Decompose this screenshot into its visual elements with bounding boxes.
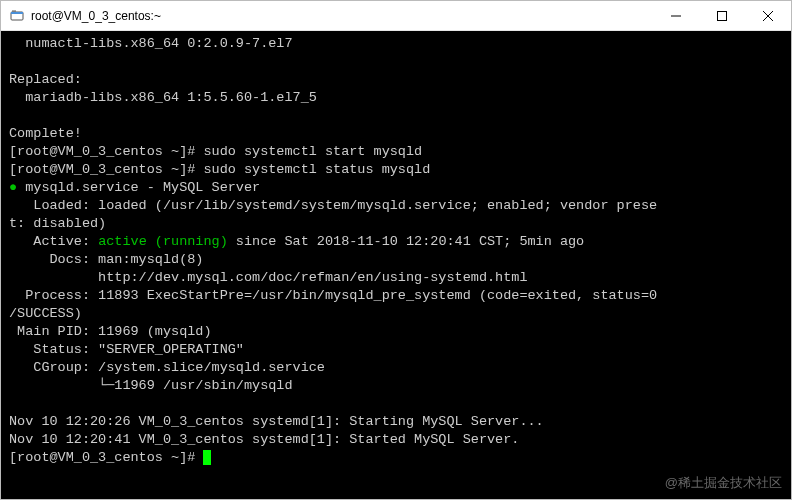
- output-line: t: disabled): [9, 216, 106, 231]
- close-button[interactable]: [745, 1, 791, 30]
- window-title: root@VM_0_3_centos:~: [31, 9, 653, 23]
- output-line: Replaced:: [9, 72, 82, 87]
- window-controls: [653, 1, 791, 30]
- svg-rect-1: [11, 12, 23, 14]
- terminal-body[interactable]: numactl-libs.x86_64 0:2.0.9-7.el7 Replac…: [1, 31, 791, 499]
- minimize-button[interactable]: [653, 1, 699, 30]
- output-line: Loaded: loaded (/usr/lib/systemd/system/…: [9, 198, 657, 213]
- active-status: active (running): [98, 234, 228, 249]
- svg-rect-4: [718, 11, 727, 20]
- output-line: CGroup: /system.slice/mysqld.service: [9, 360, 325, 375]
- maximize-button[interactable]: [699, 1, 745, 30]
- output-line: Main PID: 11969 (mysqld): [9, 324, 212, 339]
- command-text: sudo systemctl status mysqld: [203, 162, 430, 177]
- status-bullet-icon: ●: [9, 180, 17, 195]
- shell-prompt: [root@VM_0_3_centos ~]#: [9, 144, 203, 159]
- log-line: Nov 10 12:20:41 VM_0_3_centos systemd[1]…: [9, 432, 519, 447]
- command-text: sudo systemctl start mysqld: [203, 144, 422, 159]
- app-icon: [9, 8, 25, 24]
- output-line: /SUCCESS): [9, 306, 82, 321]
- shell-prompt: [root@VM_0_3_centos ~]#: [9, 450, 203, 465]
- active-label: Active:: [9, 234, 98, 249]
- active-since: since Sat 2018-11-10 12:20:41 CST; 5min …: [228, 234, 584, 249]
- output-line: Docs: man:mysqld(8): [9, 252, 203, 267]
- output-line: numactl-libs.x86_64 0:2.0.9-7.el7: [9, 36, 293, 51]
- output-line: Status: "SERVER_OPERATING": [9, 342, 244, 357]
- cursor-icon: [203, 450, 211, 465]
- log-line: Nov 10 12:20:26 VM_0_3_centos systemd[1]…: [9, 414, 544, 429]
- output-line: Complete!: [9, 126, 82, 141]
- output-line: mariadb-libs.x86_64 1:5.5.60-1.el7_5: [9, 90, 317, 105]
- titlebar: root@VM_0_3_centos:~: [1, 1, 791, 31]
- output-line: http://dev.mysql.com/doc/refman/en/using…: [9, 270, 527, 285]
- output-line: Process: 11893 ExecStartPre=/usr/bin/mys…: [9, 288, 657, 303]
- output-line: └─11969 /usr/sbin/mysqld: [9, 378, 293, 393]
- terminal-window: root@VM_0_3_centos:~ numactl-libs.x86_64…: [0, 0, 792, 500]
- service-name: mysqld.service - MySQL Server: [17, 180, 260, 195]
- shell-prompt: [root@VM_0_3_centos ~]#: [9, 162, 203, 177]
